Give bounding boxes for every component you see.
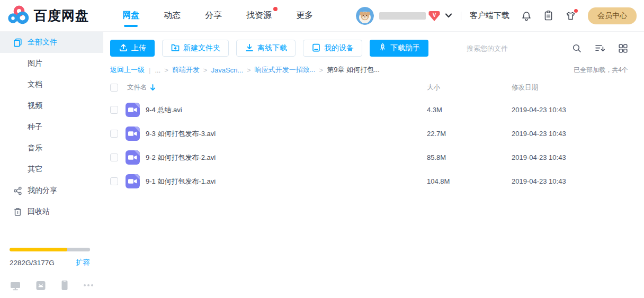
notification-dot xyxy=(574,9,578,13)
sidebar-item-videos[interactable]: 视频 xyxy=(0,95,103,116)
tab-netdisk[interactable]: 网盘 xyxy=(110,0,151,31)
share-icon xyxy=(13,186,22,195)
file-name[interactable]: 9-1 如何打包发布-1.avi xyxy=(146,177,216,186)
tab-label: 动态 xyxy=(164,10,181,21)
sidebar-item-others[interactable]: 其它 xyxy=(0,159,103,180)
breadcrumb-separator: > xyxy=(247,66,251,74)
storage-progress-track xyxy=(10,248,90,251)
table-row[interactable]: 9-4 总结.avi 4.3M 2019-04-23 10:43 xyxy=(110,98,628,122)
android-app-icon[interactable] xyxy=(35,281,46,291)
vip-badge-icon: V xyxy=(428,10,441,22)
trash-icon xyxy=(13,207,22,216)
file-date: 2019-04-23 10:43 xyxy=(512,177,628,185)
tab-more[interactable]: 更多 xyxy=(284,0,325,31)
my-devices-button[interactable]: 我的设备 xyxy=(303,40,362,57)
breadcrumb-ellipsis[interactable]: ... xyxy=(155,66,160,74)
download-icon xyxy=(245,43,257,54)
expand-storage-link[interactable]: 扩容 xyxy=(76,258,90,267)
tab-share[interactable]: 分享 xyxy=(193,0,234,31)
tab-label: 网盘 xyxy=(122,10,139,21)
file-name[interactable]: 9-2 如何打包发布-2.avi xyxy=(146,153,216,162)
row-checkbox[interactable] xyxy=(110,130,118,138)
file-size: 85.8M xyxy=(427,153,512,161)
upload-icon xyxy=(119,43,131,54)
sidebar-item-label: 我的分享 xyxy=(28,186,57,195)
file-size: 104.8M xyxy=(427,177,512,185)
table-row[interactable]: 9-1 如何打包发布-1.avi 104.8M 2019-04-23 10:43 xyxy=(110,169,628,193)
clipboard-icon[interactable] xyxy=(543,10,553,21)
netdisk-logo-icon xyxy=(7,5,30,26)
search-icon[interactable] xyxy=(572,43,582,53)
bell-icon[interactable] xyxy=(521,10,532,21)
header-right: V 客户端下载 xyxy=(356,7,637,25)
toolbar: 上传 新建文件夹 xyxy=(110,40,628,57)
breadcrumb-separator: > xyxy=(164,66,168,74)
offline-download-button[interactable]: 离线下载 xyxy=(236,40,296,57)
column-header-date: 修改日期 xyxy=(512,83,628,92)
desktop-client-icon[interactable] xyxy=(10,281,21,291)
table-header: 文件名 大小 修改日期 xyxy=(110,77,628,98)
row-checkbox[interactable] xyxy=(110,106,118,114)
breadcrumb-separator: > xyxy=(203,66,208,74)
table-row[interactable]: 9-3 如何打包发布-3.avi 22.7M 2019-04-23 10:43 xyxy=(110,122,628,146)
sidebar-item-all-files[interactable]: 全部文件 xyxy=(0,32,103,53)
storage-progress-fill xyxy=(10,248,67,251)
button-label: 我的设备 xyxy=(324,43,354,53)
svg-text:V: V xyxy=(433,12,436,17)
breadcrumb-back-link[interactable]: 返回上一级 xyxy=(110,65,145,75)
sidebar-item-label: 视频 xyxy=(28,101,42,111)
sidebar-item-torrents[interactable]: 种子 xyxy=(0,116,103,138)
storage-quota-label: 2282G/3177G xyxy=(10,259,55,267)
select-all-checkbox[interactable] xyxy=(110,84,118,92)
column-header-name[interactable]: 文件名 xyxy=(127,83,427,92)
download-helper-button[interactable]: 下载助手 xyxy=(370,40,428,57)
breadcrumb-link[interactable]: 前端开发 xyxy=(172,65,200,75)
logo[interactable]: 百度网盘 xyxy=(7,5,89,26)
breadcrumb: 返回上一级 | ... > 前端开发 > JavaScri... > 响应式开发… xyxy=(110,65,628,75)
row-checkbox[interactable] xyxy=(110,153,118,161)
button-label: 下载助手 xyxy=(390,43,420,53)
vip-center-button[interactable]: 会员中心 xyxy=(588,7,637,24)
breadcrumb-link[interactable]: 响应式开发一招致... xyxy=(255,65,316,75)
breadcrumb-pipe: | xyxy=(149,66,150,74)
chevron-down-icon xyxy=(445,13,452,18)
gift-shirt-icon[interactable] xyxy=(565,11,576,21)
grid-view-icon[interactable] xyxy=(618,43,628,53)
sidebar-item-my-shares[interactable]: 我的分享 xyxy=(0,180,103,201)
user-menu[interactable]: V xyxy=(356,7,452,25)
sidebar-item-label: 种子 xyxy=(28,122,42,132)
table-row[interactable]: 9-2 如何打包发布-2.avi 85.8M 2019-04-23 10:43 xyxy=(110,146,628,169)
client-download-link[interactable]: 客户端下载 xyxy=(470,11,509,21)
upload-button[interactable]: 上传 xyxy=(110,40,155,57)
breadcrumb-link[interactable]: JavaScri... xyxy=(211,66,243,74)
rocket-icon xyxy=(378,43,390,53)
active-tab-underline xyxy=(124,25,138,27)
storage-widget: 2282G/3177G 扩容 xyxy=(10,248,90,267)
phone-app-icon[interactable] xyxy=(61,280,68,291)
sidebar-item-music[interactable]: 音乐 xyxy=(0,138,103,159)
app: 百度网盘 网盘 动态 分享 找资源 更多 xyxy=(0,0,644,298)
notification-dot xyxy=(273,7,278,11)
tab-find-resources[interactable]: 找资源 xyxy=(234,0,284,31)
sidebar-item-label: 全部文件 xyxy=(28,38,57,47)
file-name[interactable]: 9-4 总结.avi xyxy=(146,105,182,115)
search-input[interactable] xyxy=(467,44,559,52)
sidebar-item-pictures[interactable]: 图片 xyxy=(0,53,103,74)
file-size: 22.7M xyxy=(427,130,512,138)
tab-label: 分享 xyxy=(205,10,222,21)
sidebar-item-label: 文档 xyxy=(28,80,42,89)
tab-feed[interactable]: 动态 xyxy=(151,0,193,31)
tab-label: 找资源 xyxy=(246,10,272,21)
new-folder-button[interactable]: 新建文件夹 xyxy=(162,40,229,57)
file-date: 2019-04-23 10:43 xyxy=(512,130,628,138)
sidebar-item-label: 其它 xyxy=(28,165,42,174)
sidebar-item-recycle-bin[interactable]: 回收站 xyxy=(0,201,103,222)
row-checkbox[interactable] xyxy=(110,177,118,185)
sort-icon[interactable] xyxy=(595,43,605,53)
sidebar-item-documents[interactable]: 文档 xyxy=(0,74,103,95)
more-devices-icon[interactable] xyxy=(83,283,94,287)
divider xyxy=(461,12,461,20)
column-header-size: 大小 xyxy=(427,83,512,92)
file-name[interactable]: 9-3 如何打包发布-3.avi xyxy=(146,129,216,139)
button-label: 离线下载 xyxy=(257,43,287,53)
